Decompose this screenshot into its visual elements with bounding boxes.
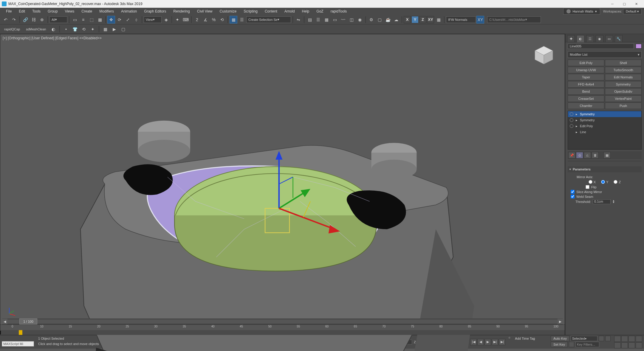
tool-icon-2[interactable]: • xyxy=(62,25,70,33)
modifier-bend[interactable]: Bend xyxy=(568,88,604,95)
stack-item-line[interactable]: ▸Line xyxy=(568,129,641,135)
menu-views[interactable]: Views xyxy=(61,8,78,15)
flip-checkbox[interactable]: Flip xyxy=(586,185,639,189)
modifier-edit-normals[interactable]: Edit Normals xyxy=(605,74,642,80)
select-place-button[interactable]: ⎀ xyxy=(132,16,140,24)
time-handle[interactable]: 1 / 100 xyxy=(19,319,37,324)
render-setup-button[interactable]: ⚙ xyxy=(367,16,375,24)
schematic-button[interactable]: ◫ xyxy=(348,16,355,24)
weld-checkbox[interactable]: Weld Seam xyxy=(571,195,639,198)
menu-rendering[interactable]: Rendering xyxy=(170,8,193,15)
redo-button[interactable]: ↷ xyxy=(10,16,18,24)
modifier-list-dropdown[interactable]: Modifier List▾ xyxy=(568,51,642,58)
menu-content[interactable]: Content xyxy=(261,8,281,15)
select-move-button[interactable]: ✥ xyxy=(107,16,115,24)
modifier-shell[interactable]: Shell xyxy=(605,60,642,66)
link-button[interactable]: 🔗 xyxy=(21,16,29,24)
menu-modifiers[interactable]: Modifiers xyxy=(96,8,117,15)
render-button[interactable]: ☕ xyxy=(384,16,392,24)
unlink-button[interactable]: ⛓ xyxy=(30,16,38,24)
snap-angle-button[interactable]: ∡ xyxy=(202,16,209,24)
close-button[interactable]: ✕ xyxy=(630,1,642,7)
edit-named-sel-button[interactable]: ☰ xyxy=(238,16,246,24)
selection-filter-dropdown[interactable]: All ▾ xyxy=(49,16,67,23)
walk-button[interactable] xyxy=(621,336,628,342)
layers-button[interactable]: ☰ xyxy=(314,16,322,24)
menu-create[interactable]: Create xyxy=(78,8,96,15)
orbit-button[interactable] xyxy=(628,336,635,342)
tab-hierarchy[interactable]: ☷ xyxy=(586,35,594,42)
tool-icon-7[interactable]: ▶ xyxy=(110,25,118,33)
tool-icon-3[interactable]: 👕 xyxy=(71,25,79,33)
zoom-region-button[interactable] xyxy=(636,342,642,348)
project-path[interactable]: C:\Users\H…nts\3dsMax ▾ xyxy=(487,16,541,23)
track-ruler[interactable]: 0101520253035404550556065707580859095100 xyxy=(0,325,565,330)
viewcube[interactable] xyxy=(532,43,556,67)
modifier-creaseset[interactable]: CreaseSet xyxy=(568,95,604,102)
pan-button[interactable] xyxy=(614,336,621,342)
visibility-icon[interactable] xyxy=(570,124,573,128)
material-editor-button[interactable]: ◉ xyxy=(356,16,364,24)
make-unique-button[interactable]: ⎌ xyxy=(584,152,591,159)
time-slider[interactable]: ◀ 1 / 100 ▶ xyxy=(2,319,563,324)
spinner-snap-button[interactable]: ⟲ xyxy=(218,16,226,24)
constraint-xy[interactable]: XY xyxy=(427,16,434,23)
menu-animation[interactable]: Animation xyxy=(117,8,140,15)
menu-edit[interactable]: Edit xyxy=(15,8,29,15)
stack-item-symmetry[interactable]: ▸Symmetry xyxy=(568,117,641,123)
expand-icon[interactable]: ▸ xyxy=(575,124,578,128)
menu-civil-view[interactable]: Civil View xyxy=(193,8,216,15)
visibility-icon[interactable] xyxy=(570,118,573,122)
key-target-dropdown[interactable]: Selected ▾ xyxy=(571,336,597,341)
tool-icon-5[interactable]: ✦ xyxy=(89,25,97,33)
snap-2d-button[interactable]: 2 xyxy=(193,16,201,24)
window-crossing-button[interactable]: ▦ xyxy=(96,16,104,24)
rapidqcap-label[interactable]: rapidQCap xyxy=(2,27,22,31)
user-account[interactable]: Hannah Watts ▾ xyxy=(563,8,600,15)
minimize-button[interactable]: ─ xyxy=(606,1,618,7)
align-button[interactable]: ▤ xyxy=(306,16,314,24)
select-manipulate-button[interactable]: ✦ xyxy=(174,16,181,24)
pin-stack-button[interactable]: 📌 xyxy=(568,152,575,159)
tab-utilities[interactable]: 🔧 xyxy=(615,35,623,42)
key-filters-button[interactable]: Key Filters... xyxy=(575,342,599,347)
constraint-grid-button[interactable]: ▦ xyxy=(435,16,442,24)
axis-y-radio[interactable]: Y xyxy=(601,180,608,184)
select-region-button[interactable]: ⬚ xyxy=(88,16,95,24)
modifier-ffd-4x4x4[interactable]: FFD 4x4x4 xyxy=(568,81,604,88)
show-end-result-button[interactable]: ⎙ xyxy=(576,152,583,159)
tab-motion[interactable]: ◉ xyxy=(596,35,603,42)
time-prev-button[interactable]: ◀ xyxy=(2,319,7,324)
select-name-button[interactable]: ≡ xyxy=(79,16,87,24)
object-name-input[interactable] xyxy=(568,44,634,49)
sdmeshclean-label[interactable]: sdMeshClean xyxy=(24,27,48,31)
layer-explorer-button[interactable]: ▦ xyxy=(323,16,330,24)
stack-item-symmetry[interactable]: ▸Symmetry xyxy=(568,111,641,117)
menu-group[interactable]: Group xyxy=(44,8,61,15)
constraint-y[interactable]: Y xyxy=(411,16,419,23)
menu-rapidtools[interactable]: rapidTools xyxy=(327,8,351,15)
key-big-button[interactable] xyxy=(569,342,574,347)
constraint-x[interactable]: X xyxy=(404,16,411,23)
use-pivot-button[interactable]: ◈ xyxy=(162,16,170,24)
track-keys[interactable] xyxy=(0,330,565,335)
menu-goz[interactable]: GoZ xyxy=(313,8,327,15)
select-object-button[interactable]: ▭ xyxy=(71,16,79,24)
tool-icon-8[interactable]: ▢ xyxy=(119,25,127,33)
expand-icon[interactable]: ▸ xyxy=(575,118,578,122)
modifier-stack[interactable]: ▸Symmetry▸Symmetry▸Edit Poly▸Line xyxy=(568,111,642,150)
time-next-button[interactable]: ▶ xyxy=(558,319,563,324)
menu-scripting[interactable]: Scripting xyxy=(240,8,261,15)
stack-item-edit-poly[interactable]: ▸Edit Poly xyxy=(568,123,641,129)
ifw-toggle-button[interactable]: XY xyxy=(476,16,484,24)
render-frame-button[interactable]: ▢ xyxy=(376,16,383,24)
tab-modify[interactable]: ◐ xyxy=(577,35,584,42)
tool-icon-1[interactable]: ◐ xyxy=(49,25,57,33)
menu-tools[interactable]: Tools xyxy=(29,8,44,15)
track-bar[interactable]: 0101520253035404550556065707580859095100 xyxy=(0,324,565,335)
ifw-normals-dropdown[interactable]: IFW Normals xyxy=(446,16,476,23)
render-cloud-button[interactable]: ☁ xyxy=(392,16,400,24)
modifier-push[interactable]: Push xyxy=(605,102,642,109)
menu-customize[interactable]: Customize xyxy=(216,8,240,15)
constraint-z[interactable]: Z xyxy=(419,16,426,23)
